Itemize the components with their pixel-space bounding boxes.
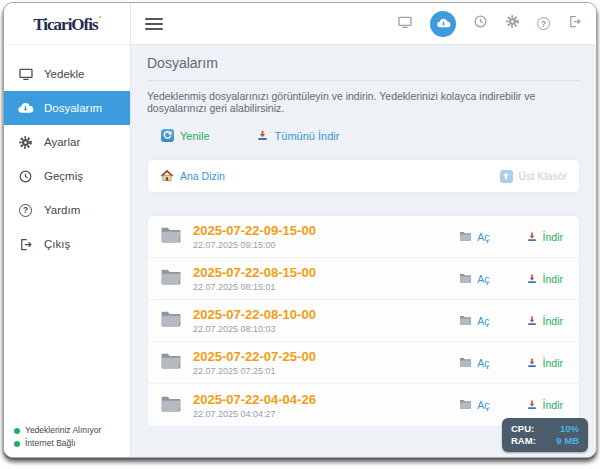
gear-icon [17,134,34,151]
arrow-up-icon [500,170,513,183]
download-label: İndir [543,315,563,327]
open-button[interactable]: Aç [459,399,489,411]
folder-small-icon [459,231,472,243]
monitor-icon [17,66,34,83]
download-button[interactable]: İndir [526,399,563,411]
breadcrumb: Ana Dizin Üst Klasör [147,159,580,193]
root-dir-label: Ana Dizin [180,170,225,182]
open-button[interactable]: Aç [459,231,489,243]
file-info: 2025-07-22-04-04-26 22.07.2025 04:04:27 [193,392,459,419]
cpu-stat: CPU: 10% [511,423,579,435]
up-folder-button[interactable]: Üst Klasör [500,170,567,183]
sidebar-item-label: Yedekle [44,68,85,80]
history-icon [17,168,34,185]
download-button[interactable]: İndir [526,315,563,327]
file-row-actions: Aç İndir [459,315,567,327]
folder-icon [160,226,182,247]
file-name: 2025-07-22-07-25-00 [193,349,459,364]
logout-icon [567,14,582,33]
download-label: İndir [543,231,563,243]
file-row-actions: Aç İndir [459,357,567,369]
desktop: TicariOfis Yedekle Dosyalarım [0,0,600,469]
folder-small-icon [459,273,472,285]
page-description: Yedeklenmiş dosyalarınızı görüntüleyin v… [147,90,580,114]
file-row: 2025-07-22-09-15-00 22.07.2025 09:15:00 … [148,216,579,258]
open-button[interactable]: Aç [459,357,489,369]
up-folder-label: Üst Klasör [519,170,567,182]
brand-logo: TicariOfis [4,3,130,45]
open-button[interactable]: Aç [459,273,489,285]
file-info: 2025-07-22-08-10-00 22.07.2025 08:10:03 [193,307,459,334]
exit-button[interactable] [567,14,582,33]
folder-small-icon [459,357,472,369]
status-backup-label: Yedekleriniz Alınıyor [25,424,101,437]
sidebar-item-yardim[interactable]: Yardım [4,193,130,227]
file-date: 22.07.2025 04:04:27 [193,409,459,419]
page-title: Dosyalarım [147,55,580,81]
sidebar-item-gecmis[interactable]: Geçmiş [4,159,130,193]
download-icon [526,357,538,369]
sidebar-item-dosyalarim[interactable]: Dosyalarım [4,91,130,125]
file-name: 2025-07-22-08-10-00 [193,307,459,322]
open-label: Aç [477,357,489,369]
file-row-actions: Aç İndir [459,231,567,243]
open-label: Aç [477,273,489,285]
history-button[interactable] [473,14,488,33]
file-date: 22.07.2025 08:15:01 [193,282,459,292]
help-button[interactable] [537,17,550,30]
sidebar-item-yedekle[interactable]: Yedekle [4,57,130,91]
sidebar-menu: Yedekle Dosyalarım Ayarlar [4,45,130,261]
sidebar-item-label: Ayarlar [44,136,80,148]
logout-icon [17,236,34,253]
download-all-label: Tümünü İndir [275,130,340,142]
download-icon [526,273,538,285]
open-button[interactable]: Aç [459,315,489,327]
file-info: 2025-07-22-08-15-00 22.07.2025 08:15:01 [193,265,459,292]
backup-button[interactable] [397,14,413,34]
home-icon [160,169,174,183]
monitor-icon [397,14,413,34]
sidebar-item-label: Yardım [44,204,80,216]
file-row: 2025-07-22-08-10-00 22.07.2025 08:10:03 … [148,300,579,342]
green-dot-icon [14,441,20,447]
sidebar-item-ayarlar[interactable]: Ayarlar [4,125,130,159]
files-button-active[interactable] [430,11,456,37]
green-dot-icon [14,428,20,434]
root-dir-button[interactable]: Ana Dizin [160,169,225,183]
download-button[interactable]: İndir [526,357,563,369]
folder-icon [160,310,182,331]
file-info: 2025-07-22-07-25-00 22.07.2025 07:25:01 [193,349,459,376]
refresh-label: Yenile [180,130,210,142]
sidebar-item-cikis[interactable]: Çıkış [4,227,130,261]
ram-label: RAM: [511,435,536,447]
download-button[interactable]: İndir [526,273,563,285]
file-date: 22.07.2025 08:10:03 [193,324,459,334]
download-icon [526,315,538,327]
cpu-label: CPU: [511,423,534,435]
status-internet: İnternet Bağlı [14,437,101,450]
settings-button[interactable] [505,14,520,33]
action-bar: Yenile Tümünü İndir [161,129,580,142]
file-info: 2025-07-22-09-15-00 22.07.2025 09:15:00 [193,223,459,250]
file-row-actions: Aç İndir [459,273,567,285]
cloud-download-icon [436,16,451,31]
status-internet-label: İnternet Bağlı [25,437,76,450]
refresh-button[interactable]: Yenile [161,129,210,142]
download-label: İndir [543,399,563,411]
sidebar-item-label: Dosyalarım [44,102,102,114]
topbar-icons [397,11,582,37]
menu-toggle-icon[interactable] [145,15,163,33]
file-name: 2025-07-22-09-15-00 [193,223,459,238]
cpu-value: 10% [560,423,579,435]
folder-icon [160,352,182,373]
open-label: Aç [477,231,489,243]
file-name: 2025-07-22-04-04-26 [193,392,459,407]
download-all-button[interactable]: Tümünü İndir [256,129,340,142]
download-label: İndir [543,273,563,285]
sidebar-item-label: Geçmiş [44,170,83,182]
folder-icon [160,395,182,416]
download-button[interactable]: İndir [526,231,563,243]
download-label: İndir [543,357,563,369]
history-icon [473,14,488,33]
file-row: 2025-07-22-08-15-00 22.07.2025 08:15:01 … [148,258,579,300]
